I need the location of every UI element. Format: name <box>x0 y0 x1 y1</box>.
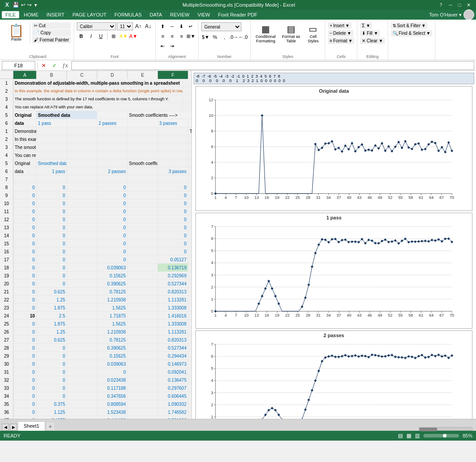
cell-row36-col2[interactable] <box>67 408 97 416</box>
cell-row13-col0[interactable]: 0 <box>13 223 37 231</box>
format-as-table-button[interactable]: ▤ Format as Table <box>279 22 303 45</box>
cell-row30-col2[interactable] <box>67 360 97 368</box>
cell-row9-col2[interactable] <box>67 191 97 199</box>
cell-row14-col5[interactable]: 0 <box>158 231 188 239</box>
cell-row26-col2[interactable] <box>67 328 97 336</box>
delete-cells-button[interactable]: − Delete ▼ <box>328 30 353 37</box>
cell-row7-col2[interactable] <box>67 175 97 183</box>
italic-button[interactable]: I <box>87 32 95 40</box>
cell-row18-col0[interactable]: 0 <box>13 264 37 272</box>
cell-row34-col1[interactable]: 0 <box>37 392 67 400</box>
cell-row9-col6[interactable] <box>188 191 191 199</box>
cell-row35-col0[interactable]: 0 <box>13 400 37 408</box>
cell-row11-col6[interactable] <box>188 207 191 215</box>
cell-row11-col5[interactable]: 0 <box>158 207 188 215</box>
cell-row24-col4[interactable] <box>128 312 158 320</box>
col-header-C[interactable]: C <box>67 71 97 79</box>
cell-row35-col5[interactable]: 1.090332 <box>158 400 188 408</box>
paste-button[interactable]: 📋 Paste <box>4 22 28 44</box>
cell-row14-col6[interactable] <box>188 231 191 239</box>
cell-row36-col4[interactable] <box>128 408 158 416</box>
sheet-tab-sheet1[interactable]: Sheet1 <box>18 421 45 431</box>
cell-row14-col2[interactable] <box>67 231 97 239</box>
cell-row9-col3[interactable]: 0 <box>97 191 128 199</box>
cell-row22-col0[interactable]: 0 <box>13 296 37 304</box>
cell-row4-col4[interactable] <box>128 151 158 159</box>
cell-row18-col1[interactable]: 0 <box>37 264 67 272</box>
increase-indent-button[interactable]: ⇥ <box>168 42 177 50</box>
decrease-font-size-button[interactable]: A↓ <box>144 22 153 30</box>
cell-row9-col1[interactable]: 0 <box>37 191 67 199</box>
cell-row1-col2[interactable] <box>67 127 97 135</box>
cell-row20-col4[interactable] <box>128 280 158 288</box>
cell-row13-col4[interactable] <box>128 223 158 231</box>
cell-row16-col2[interactable] <box>67 248 97 256</box>
cell-row35-col4[interactable] <box>128 400 158 408</box>
decrease-indent-button[interactable]: ⇤ <box>158 42 167 50</box>
cell-row3-col0[interactable]: The smooth function is defined by the 17… <box>13 143 37 151</box>
cell-row21-col4[interactable] <box>128 288 158 296</box>
cell-row23-col1[interactable]: 1.875 <box>37 304 67 312</box>
cell-row30-col0[interactable]: 0 <box>13 360 37 368</box>
cell-row36-col5[interactable]: 1.746582 <box>158 408 188 416</box>
conditional-formatting-button[interactable]: ▦ Conditional Formatting <box>253 22 278 45</box>
cell-row19-col6[interactable] <box>188 272 191 280</box>
increase-font-size-button[interactable]: A↑ <box>134 22 143 30</box>
cell-row17-col0[interactable]: 0 <box>13 256 37 264</box>
cell-A2[interactable]: In this example, the original data in co… <box>13 87 183 95</box>
menu-review[interactable]: REVIEW <box>166 11 193 18</box>
cell-row5-col1[interactable]: Smoothed data <box>37 159 67 167</box>
customize-qa[interactable]: ▼ <box>33 3 38 8</box>
cell-row7-col4[interactable] <box>128 175 158 183</box>
cell-row3-col4[interactable] <box>128 143 158 151</box>
cell-row22-col5[interactable]: 1.113281 <box>158 296 188 304</box>
cell-row27-col0[interactable]: 0 <box>13 336 37 344</box>
cell-row6-col1[interactable]: 1 pass <box>37 167 67 175</box>
accounting-format-button[interactable]: $▼ <box>201 33 210 41</box>
cell-row8-col5[interactable]: 0 <box>158 183 188 191</box>
cell-row28-col6[interactable] <box>188 344 191 352</box>
cell-row35-col1[interactable]: 0.375 <box>37 400 67 408</box>
cell-row20-col2[interactable] <box>67 280 97 288</box>
minimize-button[interactable]: ─ <box>447 1 455 8</box>
cell-row2-col6[interactable] <box>188 135 191 143</box>
cell-row29-col0[interactable]: 0 <box>13 352 37 360</box>
cell-row15-col4[interactable] <box>128 239 158 248</box>
cell-row23-col0[interactable]: 0 <box>13 304 37 312</box>
cell-row37-col1[interactable]: 2.1875 <box>37 416 67 419</box>
cell-row1-col3[interactable] <box>97 127 128 135</box>
cell-row26-col3[interactable]: 1.210938 <box>97 328 128 336</box>
cell-row22-col6[interactable] <box>188 296 191 304</box>
menu-home[interactable]: HOME <box>20 11 42 18</box>
cell-row32-col3[interactable]: 0.023438 <box>97 376 128 384</box>
cell-row12-col4[interactable] <box>128 215 158 223</box>
cell-row18-col6[interactable] <box>188 264 191 272</box>
menu-view[interactable]: VIEW <box>194 11 214 18</box>
cell-row4-col0[interactable]: You can replace A8:A79 with your own dat… <box>13 151 37 159</box>
cell-row12-col3[interactable]: 0 <box>97 215 128 223</box>
cell-A6[interactable]: data <box>13 119 37 127</box>
formula-input[interactable] <box>71 61 474 70</box>
cell-row29-col1[interactable]: 0 <box>37 352 67 360</box>
cell-row22-col3[interactable]: 1.210938 <box>97 296 128 304</box>
cell-row25-col6[interactable] <box>188 320 191 328</box>
cell-row7-col1[interactable] <box>37 175 67 183</box>
cell-row34-col6[interactable] <box>188 392 191 400</box>
add-sheet-button[interactable]: + <box>46 422 55 431</box>
cell-row24-col3[interactable]: 1.71875 <box>97 312 128 320</box>
align-bottom-button[interactable]: ⬇ <box>177 22 186 30</box>
cell-row27-col1[interactable]: 0.625 <box>37 336 67 344</box>
cell-row23-col2[interactable] <box>67 304 97 312</box>
align-right-button[interactable]: ≡ <box>177 32 186 40</box>
cell-row29-col2[interactable] <box>67 352 97 360</box>
align-top-button[interactable]: ⬆ <box>158 22 167 30</box>
cell-row27-col3[interactable]: 0.78125 <box>97 336 128 344</box>
cell-row26-col5[interactable]: 1.113281 <box>158 328 188 336</box>
cell-row3-col1[interactable] <box>37 143 67 151</box>
cell-row34-col2[interactable] <box>67 392 97 400</box>
cell-row22-col4[interactable] <box>128 296 158 304</box>
cell-row4-col1[interactable] <box>37 151 67 159</box>
undo-button[interactable]: ↩ <box>21 2 25 8</box>
cell-row9-col5[interactable]: 0 <box>158 191 188 199</box>
cell-row5-col6[interactable] <box>188 159 191 167</box>
